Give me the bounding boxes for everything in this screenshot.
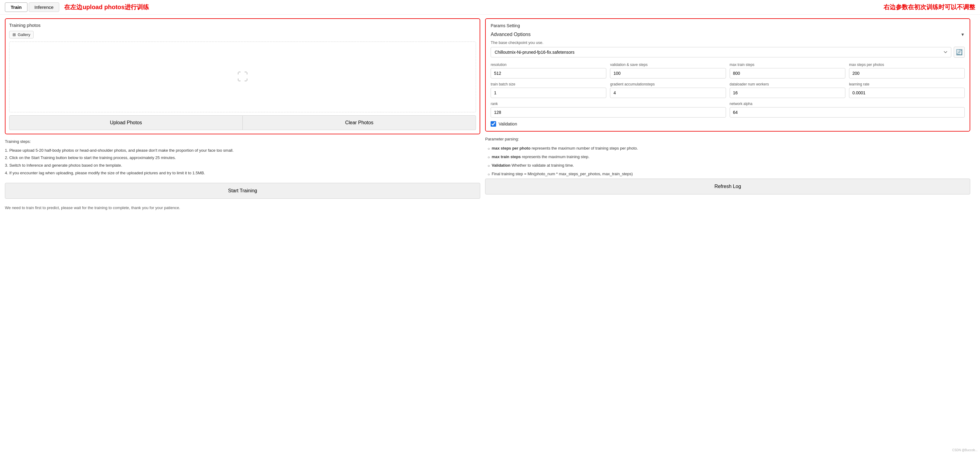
train-batch-size-input[interactable] xyxy=(491,87,606,98)
tab-bar: Train Inference xyxy=(5,2,59,12)
training-steps: Training steps: 1. Please upload 5-20 ha… xyxy=(5,138,480,177)
top-banner: Train Inference 在左边upload photos进行训练 右边参… xyxy=(0,0,980,15)
gradient-accumulation-steps-field: gradient accumulationsteps xyxy=(610,82,726,98)
photo-action-buttons: Upload Photos Clear Photos xyxy=(9,115,476,130)
params-grid-row3: rank network alpha xyxy=(491,102,965,118)
max-steps-per-photos-label: max steps per photos xyxy=(849,63,965,67)
gallery-icon: ⊞ xyxy=(13,32,16,37)
validation-row: Validation xyxy=(491,121,965,127)
training-photos-title: Training photos xyxy=(9,22,476,28)
training-step-2: 2. Click on the Start Training button be… xyxy=(5,154,480,162)
param-parsing-title: Parameter parsing: xyxy=(485,135,970,143)
start-training-button[interactable]: Start Training xyxy=(5,183,480,199)
params-grid-row1: resolution validation & save steps max t… xyxy=(491,63,965,78)
learning-rate-label: learning rate xyxy=(849,82,965,86)
parsing-item-1: max steps per photo represents the maxim… xyxy=(488,145,970,152)
clear-photos-button[interactable]: Clear Photos xyxy=(243,115,476,130)
parsing-item-3: Validation Whether to validate at traini… xyxy=(488,162,970,169)
network-alpha-input[interactable] xyxy=(730,107,965,118)
training-step-1: 1. Please upload 5-20 half-body photos o… xyxy=(5,147,480,154)
max-train-steps-field: max train steps xyxy=(730,63,845,78)
checkpoint-row: Chilloutmix-Ni-pruned-fp16-fix.safetenso… xyxy=(491,47,965,58)
rank-input[interactable] xyxy=(491,107,726,118)
network-alpha-field: network alpha xyxy=(730,102,965,118)
tab-train[interactable]: Train xyxy=(5,2,27,12)
dataloader-num-workers-input[interactable] xyxy=(730,87,845,98)
validation-save-steps-input[interactable] xyxy=(610,68,726,78)
checkpoint-select[interactable]: Chilloutmix-Ni-pruned-fp16-fix.safetenso… xyxy=(491,47,951,57)
max-train-steps-label: max train steps xyxy=(730,63,845,67)
banner-left-text: 在左边upload photos进行训练 xyxy=(64,3,149,11)
train-batch-size-field: train batch size xyxy=(491,82,606,98)
max-train-steps-input[interactable] xyxy=(730,68,845,78)
network-alpha-label: network alpha xyxy=(730,102,965,106)
params-box: Params Setting Advanced Options ▼ The ba… xyxy=(485,18,970,132)
refresh-icon: 🔄 xyxy=(956,49,963,56)
dataloader-num-workers-label: dataloader num workers xyxy=(730,82,845,86)
resolution-input[interactable] xyxy=(491,68,606,78)
param-parsing-list: max steps per photo represents the maxim… xyxy=(485,145,970,178)
rank-label: rank xyxy=(491,102,726,106)
params-grid-row2: train batch size gradient accumulationst… xyxy=(491,82,965,98)
advanced-options-label: Advanced Options xyxy=(491,32,531,37)
resolution-label: resolution xyxy=(491,63,606,67)
resolution-field: resolution xyxy=(491,63,606,78)
gradient-accumulation-steps-label: gradient accumulationsteps xyxy=(610,82,726,86)
train-batch-size-label: train batch size xyxy=(491,82,606,86)
gallery-button-label: Gallery xyxy=(18,32,30,37)
training-steps-title: Training steps: xyxy=(5,138,480,146)
learning-rate-input[interactable] xyxy=(849,87,965,98)
left-panel: Training photos ⊞ Gallery ⛶ Upload Photo… xyxy=(5,18,480,199)
main-layout: Training photos ⊞ Gallery ⛶ Upload Photo… xyxy=(0,15,980,202)
advanced-options-toggle[interactable]: ▼ xyxy=(961,32,965,37)
rank-field: rank xyxy=(491,102,726,118)
gradient-accumulation-steps-input[interactable] xyxy=(610,87,726,98)
gallery-button[interactable]: ⊞ Gallery xyxy=(9,31,33,38)
banner-right-text: 右边参数在初次训练时可以不调整 xyxy=(883,3,975,11)
learning-rate-field: learning rate xyxy=(849,82,965,98)
tab-inference[interactable]: Inference xyxy=(29,2,59,12)
dataloader-num-workers-field: dataloader num workers xyxy=(730,82,845,98)
validation-checkbox[interactable] xyxy=(491,121,496,127)
upload-photos-button[interactable]: Upload Photos xyxy=(9,115,243,130)
training-step-4: 4. If you encounter lag when uploading, … xyxy=(5,169,480,177)
validation-label[interactable]: Validation xyxy=(498,121,517,126)
param-parsing: Parameter parsing: max steps per photo r… xyxy=(485,135,970,178)
photo-upload-area[interactable]: ⛶ xyxy=(9,41,476,112)
validation-save-steps-label: validation & save steps xyxy=(610,63,726,67)
image-placeholder-icon: ⛶ xyxy=(237,70,248,83)
training-step-3: 3. Switch to Inference and generate phot… xyxy=(5,162,480,169)
parsing-item-2: max train steps represents the maximum t… xyxy=(488,153,970,161)
params-setting-title: Params Setting xyxy=(491,23,965,28)
training-photos-box: Training photos ⊞ Gallery ⛶ Upload Photo… xyxy=(5,18,480,134)
refresh-log-button[interactable]: Refresh Log xyxy=(485,178,970,194)
checkpoint-refresh-button[interactable]: 🔄 xyxy=(954,47,965,58)
max-steps-per-photos-field: max steps per photos xyxy=(849,63,965,78)
checkpoint-label: The base checkpoint you use. xyxy=(491,40,965,45)
right-panel: Params Setting Advanced Options ▼ The ba… xyxy=(485,18,970,194)
advanced-options-header: Advanced Options ▼ xyxy=(491,32,965,37)
max-steps-per-photos-input[interactable] xyxy=(849,68,965,78)
parsing-item-4: Final training step = Min(photo_num * ma… xyxy=(488,170,970,178)
bottom-note: We need to train first to predict, pleas… xyxy=(0,202,980,211)
validation-save-steps-field: validation & save steps xyxy=(610,63,726,78)
